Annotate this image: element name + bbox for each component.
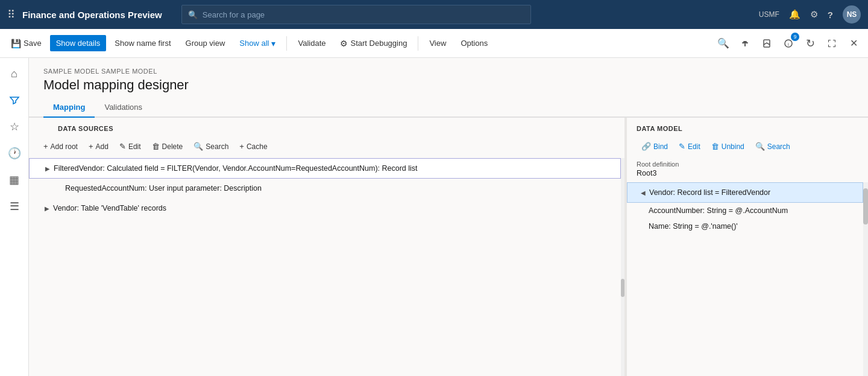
show-name-first-label: Show name first bbox=[115, 39, 171, 48]
validate-button[interactable]: Validate bbox=[292, 35, 332, 51]
sidebar-list[interactable]: ☰ bbox=[4, 196, 25, 217]
right-tree-item[interactable]: ◀ Vendor: Record list = FilteredVendor bbox=[627, 182, 863, 203]
help-icon[interactable]: ? bbox=[828, 10, 833, 20]
content-area: SAMPLE MODEL SAMPLE MODEL Model mapping … bbox=[29, 58, 868, 376]
sidebar-recent[interactable]: 🕐 bbox=[4, 142, 25, 164]
svg-rect-2 bbox=[744, 43, 746, 46]
split-pane: DATA SOURCES + Add root + Add ✎ Edit bbox=[29, 118, 868, 376]
notification-badge[interactable]: i 9 bbox=[779, 34, 798, 53]
root-def-value: Root3 bbox=[637, 169, 858, 177]
debugging-icon: ⚙ bbox=[340, 39, 348, 48]
expand-icon-1 bbox=[53, 182, 65, 194]
tab-mapping[interactable]: Mapping bbox=[43, 98, 95, 118]
nav-icons: USMF 🔔 ⚙ ? NS bbox=[759, 5, 861, 24]
add-button[interactable]: + Add bbox=[84, 139, 113, 153]
user-avatar[interactable]: NS bbox=[843, 5, 861, 24]
right-item-text-0: Vendor: Record list = FilteredVendor bbox=[649, 188, 770, 197]
sidebar-workspaces[interactable]: ▦ bbox=[4, 169, 25, 191]
datamodel-toolbar: 🔗 Bind ✎ Edit 🗑 Unbind 🔍 Search bbox=[627, 137, 868, 158]
right-tree-item[interactable]: Name: String = @.'name()' bbox=[627, 218, 863, 234]
gear-icon[interactable]: ⚙ bbox=[810, 9, 818, 20]
bind-button[interactable]: 🔗 Bind bbox=[637, 139, 673, 153]
toolbar-separator-1 bbox=[286, 36, 287, 51]
pinned-icon-button[interactable] bbox=[735, 34, 755, 53]
datasources-header: DATA SOURCES bbox=[29, 118, 624, 137]
datamodel-edit-label: Edit bbox=[688, 142, 700, 151]
save-button[interactable]: 💾 Save bbox=[5, 35, 48, 52]
start-debugging-label: Start Debugging bbox=[350, 39, 407, 48]
edit-label: Edit bbox=[128, 142, 141, 151]
right-expand-icon-0[interactable]: ◀ bbox=[637, 186, 649, 199]
item-text-2: Vendor: Table 'VendTable' records bbox=[53, 204, 166, 212]
right-pane-scrollbar[interactable] bbox=[863, 182, 868, 376]
top-nav: ⠿ Finance and Operations Preview 🔍 USMF … bbox=[0, 0, 868, 29]
delete-label: Delete bbox=[162, 142, 183, 151]
left-pane-scrollbar[interactable] bbox=[621, 158, 624, 376]
unbind-button[interactable]: 🗑 Unbind bbox=[706, 139, 749, 153]
sidebar-filter[interactable] bbox=[4, 89, 25, 111]
right-pane: DATA MODEL 🔗 Bind ✎ Edit 🗑 Unbind bbox=[627, 118, 868, 376]
datasources-toolbar: + Add root + Add ✎ Edit 🗑 Delete bbox=[29, 137, 624, 158]
svg-rect-3 bbox=[764, 40, 770, 47]
options-button[interactable]: Options bbox=[454, 35, 494, 51]
item-text-1: RequestedAccountNum: User input paramete… bbox=[65, 184, 262, 193]
bookmark-icon-button[interactable] bbox=[757, 34, 776, 53]
toolbar: 💾 Save Show details Show name first Grou… bbox=[0, 29, 868, 58]
sidebar-favorites[interactable]: ☆ bbox=[4, 116, 25, 138]
sidebar-home[interactable]: ⌂ bbox=[4, 63, 25, 84]
show-details-button[interactable]: Show details bbox=[50, 35, 107, 51]
search-button[interactable]: 🔍 Search bbox=[189, 139, 233, 153]
tab-validations[interactable]: Validations bbox=[95, 98, 152, 118]
notification-count: 9 bbox=[791, 33, 799, 41]
search-icon: 🔍 bbox=[193, 142, 203, 151]
group-view-button[interactable]: Group view bbox=[180, 35, 231, 51]
tree-item[interactable]: ▶ FilteredVendor: Calculated field = FIL… bbox=[29, 158, 621, 179]
root-def-label: Root definition bbox=[637, 161, 858, 168]
close-button[interactable]: ✕ bbox=[844, 34, 863, 53]
usmf-label: USMF bbox=[759, 10, 779, 19]
show-all-dropdown-icon: ▾ bbox=[271, 39, 275, 48]
group-view-label: Group view bbox=[186, 39, 225, 48]
datamodel-search-icon: 🔍 bbox=[755, 142, 765, 151]
global-search-bar[interactable]: 🔍 bbox=[181, 5, 531, 24]
tree-item[interactable]: ▶ Vendor: Table 'VendTable' records bbox=[29, 199, 621, 218]
edit-button[interactable]: ✎ Edit bbox=[115, 139, 146, 153]
save-icon: 💾 bbox=[11, 39, 21, 48]
app-grid-icon[interactable]: ⠿ bbox=[7, 8, 15, 21]
datasources-scroll: ▶ FilteredVendor: Calculated field = FIL… bbox=[29, 158, 624, 376]
svg-rect-1 bbox=[743, 41, 747, 42]
expand-button[interactable] bbox=[822, 34, 841, 53]
cache-plus-icon: + bbox=[239, 142, 244, 151]
datamodel-edit-button[interactable]: ✎ Edit bbox=[674, 139, 705, 153]
svg-rect-0 bbox=[742, 42, 748, 43]
page-header: SAMPLE MODEL SAMPLE MODEL Model mapping … bbox=[29, 58, 868, 98]
unbind-icon: 🗑 bbox=[711, 142, 719, 151]
expand-icon-0[interactable]: ▶ bbox=[42, 162, 54, 174]
view-button[interactable]: View bbox=[423, 35, 452, 51]
toolbar-search-button[interactable]: 🔍 bbox=[714, 34, 733, 53]
save-label: Save bbox=[24, 39, 42, 48]
show-all-button[interactable]: Show all ▾ bbox=[233, 35, 281, 52]
datamodel-search-button[interactable]: 🔍 Search bbox=[750, 139, 795, 153]
expand-icon-2[interactable]: ▶ bbox=[41, 202, 53, 214]
add-plus-icon: + bbox=[89, 142, 93, 151]
show-details-label: Show details bbox=[56, 39, 101, 48]
right-item-text-1: AccountNumber: String = @.AccountNum bbox=[649, 206, 788, 215]
start-debugging-button[interactable]: ⚙ Start Debugging bbox=[334, 35, 413, 52]
refresh-button[interactable]: ↻ bbox=[800, 34, 820, 53]
options-label: Options bbox=[461, 39, 488, 48]
global-search-input[interactable] bbox=[203, 10, 524, 19]
delete-button[interactable]: 🗑 Delete bbox=[147, 139, 188, 153]
right-item-text-2: Name: String = @.'name()' bbox=[649, 222, 738, 231]
bell-icon[interactable]: 🔔 bbox=[789, 9, 800, 20]
tree-item[interactable]: RequestedAccountNum: User input paramete… bbox=[29, 179, 621, 199]
datamodel-header: DATA MODEL bbox=[627, 118, 868, 137]
cache-button[interactable]: + Cache bbox=[234, 139, 272, 153]
side-nav: ⌂ ☆ 🕐 ▦ ☰ bbox=[0, 58, 29, 376]
left-scrollbar-thumb bbox=[621, 279, 624, 297]
show-name-first-button[interactable]: Show name first bbox=[108, 35, 177, 51]
right-tree-item[interactable]: AccountNumber: String = @.AccountNum bbox=[627, 203, 863, 218]
add-root-button[interactable]: + Add root bbox=[39, 139, 83, 153]
app-title: Finance and Operations Preview bbox=[22, 10, 162, 20]
search-label: Search bbox=[206, 142, 228, 151]
